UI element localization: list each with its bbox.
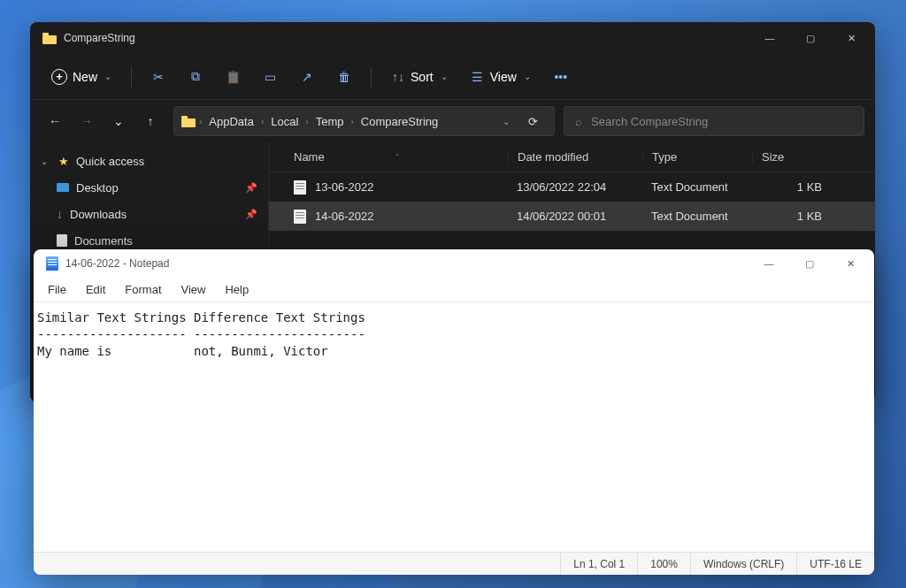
file-date: 13/06/2022 22:04 <box>508 180 642 194</box>
document-icon <box>57 234 67 247</box>
copy-icon: ⧉ <box>188 70 203 84</box>
view-icon: ☰ <box>471 70 485 84</box>
sidebar-item-label: Downloads <box>70 208 127 221</box>
close-button[interactable]: ✕ <box>830 251 871 276</box>
menu-help[interactable]: Help <box>216 279 257 300</box>
breadcrumb-sep-icon: › <box>305 117 308 126</box>
rename-icon: ▭ <box>263 70 277 84</box>
breadcrumb[interactable]: Temp <box>312 113 348 130</box>
sidebar-item-quick-access[interactable]: ⌄ ★ Quick access <box>30 148 268 174</box>
column-type[interactable]: Type <box>642 150 752 164</box>
breadcrumb[interactable]: AppData <box>205 113 257 130</box>
sidebar-item-downloads[interactable]: ↓ Downloads 📌 <box>30 201 268 227</box>
up-button[interactable]: ↑ <box>136 107 165 135</box>
new-button[interactable]: + New ⌄ <box>42 62 120 92</box>
file-row[interactable]: 14-06-2022 14/06/2022 00:01 Text Documen… <box>269 202 875 231</box>
download-icon: ↓ <box>57 207 63 221</box>
chevron-down-icon: ⌄ <box>441 72 448 81</box>
sidebar-item-label: Desktop <box>76 181 119 195</box>
share-icon: ↗ <box>300 70 314 84</box>
file-name: 14-06-2022 <box>315 210 374 223</box>
delete-button[interactable]: 🗑 <box>328 62 360 92</box>
view-button[interactable]: ☰ View ⌄ <box>462 62 540 92</box>
rename-button[interactable]: ▭ <box>254 62 286 92</box>
column-name[interactable]: Name˄ <box>269 150 508 164</box>
status-zoom: 100% <box>637 553 690 575</box>
maximize-button[interactable]: ▢ <box>789 251 830 276</box>
window-title: CompareString <box>64 32 749 44</box>
column-date[interactable]: Date modified <box>508 150 642 164</box>
cut-button[interactable]: ✂ <box>142 62 174 92</box>
paste-button[interactable]: 📋 <box>217 62 249 92</box>
sidebar-item-label: Documents <box>74 234 133 248</box>
breadcrumb[interactable]: Local <box>267 113 302 130</box>
file-type: Text Document <box>642 180 752 194</box>
maximize-button[interactable]: ▢ <box>790 24 831 52</box>
file-size: 1 KB <box>752 210 875 223</box>
minimize-button[interactable]: — <box>749 24 790 52</box>
chevron-down-icon[interactable]: ⌄ <box>503 117 510 126</box>
notepad-text-area[interactable]: Similar Text Strings Difference Text Str… <box>34 302 874 552</box>
breadcrumb-sep-icon: › <box>351 117 354 126</box>
explorer-titlebar[interactable]: CompareString — ▢ ✕ <box>30 22 875 54</box>
breadcrumb-sep-icon: › <box>261 117 264 126</box>
address-bar[interactable]: › AppData › Local › Temp › CompareString… <box>173 106 555 136</box>
notepad-title: 14-06-2022 - Notepad <box>65 257 749 270</box>
file-type: Text Document <box>642 210 752 223</box>
status-line-ending: Windows (CRLF) <box>690 553 796 575</box>
notepad-statusbar: Ln 1, Col 1 100% Windows (CRLF) UTF-16 L… <box>34 552 874 575</box>
pin-icon: 📌 <box>245 209 257 220</box>
status-encoding: UTF-16 LE <box>796 553 874 575</box>
textfile-icon <box>294 180 306 195</box>
chevron-down-icon: ⌄ <box>104 72 111 81</box>
forward-button[interactable]: → <box>73 107 101 135</box>
textfile-icon <box>294 210 306 224</box>
minimize-button[interactable]: — <box>749 251 789 276</box>
refresh-button[interactable]: ⟳ <box>518 107 547 135</box>
menu-file[interactable]: File <box>39 279 75 300</box>
menu-edit[interactable]: Edit <box>77 279 114 300</box>
star-icon: ★ <box>58 155 69 168</box>
folder-icon <box>42 33 57 44</box>
search-input[interactable]: ⌕ Search CompareString <box>564 106 864 136</box>
menu-format[interactable]: Format <box>116 279 170 300</box>
notepad-icon <box>46 256 58 271</box>
notepad-window: 14-06-2022 - Notepad — ▢ ✕ File Edit For… <box>34 249 874 575</box>
trash-icon: 🗑 <box>337 70 351 84</box>
status-cursor-pos: Ln 1, Col 1 <box>560 553 637 575</box>
search-placeholder: Search CompareString <box>591 115 708 128</box>
file-size: 1 KB <box>752 180 875 194</box>
sort-button[interactable]: ↑↓ Sort ⌄ <box>382 62 457 92</box>
sidebar-item-label: Quick access <box>76 155 144 168</box>
column-size[interactable]: Size <box>752 150 875 164</box>
sort-icon: ↑↓ <box>391 70 405 84</box>
more-button[interactable]: ••• <box>545 62 577 92</box>
explorer-toolbar: + New ⌄ ✂ ⧉ 📋 ▭ ↗ 🗑 ↑↓ Sort ⌄ ☰ View ⌄ •… <box>30 54 875 100</box>
notepad-menubar: File Edit Format View Help <box>34 278 874 302</box>
close-button[interactable]: ✕ <box>831 24 871 52</box>
back-button[interactable]: ← <box>41 107 69 135</box>
folder-icon <box>181 116 196 127</box>
sidebar-item-desktop[interactable]: Desktop 📌 <box>30 174 268 201</box>
breadcrumb[interactable]: CompareString <box>357 113 441 130</box>
recent-button[interactable]: ⌄ <box>104 107 133 135</box>
copy-button[interactable]: ⧉ <box>180 62 211 92</box>
file-date: 14/06/2022 00:01 <box>508 210 642 223</box>
ellipsis-icon: ••• <box>554 70 568 84</box>
column-headers: Name˄ Date modified Type Size <box>269 142 875 172</box>
scissors-icon: ✂ <box>151 70 165 84</box>
file-name: 13-06-2022 <box>315 180 374 194</box>
paste-icon: 📋 <box>226 70 240 84</box>
search-icon: ⌕ <box>575 115 582 128</box>
plus-icon: + <box>51 69 67 85</box>
desktop-icon <box>57 183 69 192</box>
chevron-down-icon: ⌄ <box>524 72 531 81</box>
share-button[interactable]: ↗ <box>291 62 323 92</box>
file-row[interactable]: 13-06-2022 13/06/2022 22:04 Text Documen… <box>269 172 875 202</box>
breadcrumb-sep-icon: › <box>199 117 202 126</box>
sort-asc-icon: ˄ <box>395 153 400 162</box>
menu-view[interactable]: View <box>173 279 215 300</box>
notepad-titlebar[interactable]: 14-06-2022 - Notepad — ▢ ✕ <box>34 249 874 278</box>
chevron-down-icon: ⌄ <box>41 157 51 166</box>
pin-icon: 📌 <box>245 182 257 194</box>
